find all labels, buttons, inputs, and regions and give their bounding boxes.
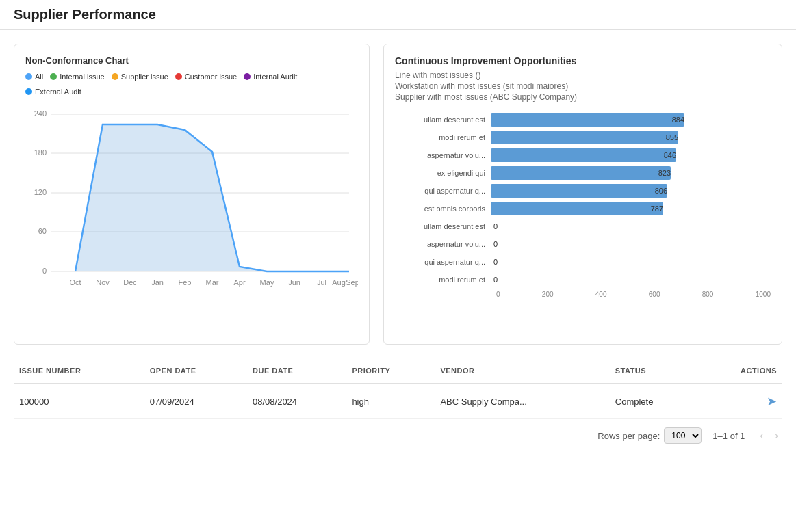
cell-actions: ➤ xyxy=(697,384,782,419)
ci-line-info: Line with most issues () xyxy=(395,70,771,80)
bar-fill: 855 xyxy=(491,131,678,144)
svg-text:120: 120 xyxy=(34,188,47,196)
legend-label-external-audit: External Audit xyxy=(35,88,81,96)
ci-line-value: () xyxy=(475,70,480,80)
table-section: ISSUE NUMBER OPEN DATE DUE DATE PRIORITY… xyxy=(0,358,796,419)
bar-container: 787 xyxy=(491,202,771,215)
non-conformance-chart-card: Non-Conformance Chart All Internal issue… xyxy=(14,44,370,345)
col-actions: ACTIONS xyxy=(697,358,782,384)
bar-row: qui aspernatur q...0 xyxy=(395,255,771,269)
bar-value-label: 823 xyxy=(658,169,671,177)
prev-page-button[interactable]: ‹ xyxy=(756,428,767,443)
bar-row: ex eligendi qui823 xyxy=(395,166,771,180)
ci-workstation-value: (sit modi maiores) xyxy=(503,81,568,91)
legend-item-customer-issue: Customer issue xyxy=(175,72,237,81)
bar-container: 0 xyxy=(491,255,771,269)
ci-line-label: Line with most issues xyxy=(395,70,473,80)
bar-fill: 846 xyxy=(491,148,676,162)
cell-priority: high xyxy=(346,384,435,419)
bar-label: modi rerum et xyxy=(395,276,491,284)
bar-label: modi rerum et xyxy=(395,133,491,142)
svg-text:Sep: Sep xyxy=(346,278,358,287)
cell-status: Complete xyxy=(610,384,697,419)
charts-row: Non-Conformance Chart All Internal issue… xyxy=(0,44,796,345)
svg-text:240: 240 xyxy=(34,109,47,118)
bar-container: 855 xyxy=(491,131,771,144)
line-chart-area: 240 180 120 60 0 Oct Nov Dec xyxy=(25,104,358,323)
bar-zero-label: 0 xyxy=(493,276,498,284)
ci-supplier-info: Supplier with most issues (ABC Supply Co… xyxy=(395,92,771,102)
bar-row: est omnis corporis787 xyxy=(395,202,771,215)
bar-container: 0 xyxy=(491,273,771,287)
bar-container: 0 xyxy=(491,220,771,233)
legend-label-internal-issue: Internal issue xyxy=(60,72,104,81)
cell-open-date: 07/09/2024 xyxy=(144,384,247,419)
svg-text:Nov: Nov xyxy=(96,278,110,287)
page-header: Supplier Performance xyxy=(0,0,796,30)
bar-container: 846 xyxy=(491,148,771,162)
col-priority: PRIORITY xyxy=(346,358,435,384)
next-page-button[interactable]: › xyxy=(771,428,782,443)
bar-zero-label: 0 xyxy=(493,258,498,266)
rows-per-page-label: Rows per page: xyxy=(598,431,660,441)
table-row: 100000 07/09/2024 08/08/2024 high ABC Su… xyxy=(14,384,782,419)
bar-fill: 823 xyxy=(491,166,671,180)
bar-fill: 884 xyxy=(491,113,684,127)
rows-per-page-section: Rows per page: 100 50 25 xyxy=(598,427,702,444)
legend-label-supplier-issue: Supplier issue xyxy=(121,72,168,81)
bar-label: qui aspernatur q... xyxy=(395,187,491,195)
legend-dot-internal-issue xyxy=(50,73,57,80)
col-open-date: OPEN DATE xyxy=(144,358,247,384)
legend-item-all: All xyxy=(25,72,43,81)
bar-row: aspernatur volu...846 xyxy=(395,148,771,162)
svg-text:60: 60 xyxy=(38,227,47,235)
legend-item-internal-audit: Internal Audit xyxy=(244,72,297,81)
pagination-row: Rows per page: 100 50 25 1–1 of 1 ‹ › xyxy=(0,419,796,452)
bar-label: ullam deserunt est xyxy=(395,116,491,124)
ci-workstation-label: Workstation with most issues xyxy=(395,81,501,91)
row-action-button[interactable]: ➤ xyxy=(767,394,777,409)
svg-text:0: 0 xyxy=(42,267,47,275)
chart-legend: All Internal issue Supplier issue Custom… xyxy=(25,72,358,96)
line-chart-svg: 240 180 120 60 0 Oct Nov Dec xyxy=(25,104,358,309)
col-vendor: VENDOR xyxy=(435,358,609,384)
svg-text:Dec: Dec xyxy=(123,278,137,287)
legend-item-supplier-issue: Supplier issue xyxy=(112,72,168,81)
svg-text:May: May xyxy=(260,278,274,287)
legend-dot-external-audit xyxy=(25,88,32,95)
ci-supplier-label: Supplier with most issues xyxy=(395,92,487,102)
bar-value-label: 806 xyxy=(655,187,667,195)
svg-text:180: 180 xyxy=(34,148,47,157)
svg-text:Mar: Mar xyxy=(206,278,219,287)
bar-zero-label: 0 xyxy=(493,222,498,230)
bar-chart-area: ullam deserunt est884modi rerum et855asp… xyxy=(395,113,771,287)
table-header: ISSUE NUMBER OPEN DATE DUE DATE PRIORITY… xyxy=(14,358,782,384)
svg-text:Oct: Oct xyxy=(69,278,81,287)
col-due-date: DUE DATE xyxy=(247,358,346,384)
bar-label: ullam deserunt est xyxy=(395,222,491,230)
page-info: 1–1 of 1 xyxy=(712,431,745,441)
legend-dot-customer-issue xyxy=(175,73,182,80)
svg-text:Jun: Jun xyxy=(288,278,300,287)
bar-row: modi rerum et0 xyxy=(395,273,771,287)
legend-dot-internal-audit xyxy=(244,73,251,80)
bar-label: aspernatur volu... xyxy=(395,151,491,159)
bar-value-label: 787 xyxy=(651,204,663,213)
page-title: Supplier Performance xyxy=(14,7,782,23)
bar-container: 884 xyxy=(491,113,771,127)
svg-text:Aug: Aug xyxy=(332,278,346,287)
svg-text:Apr: Apr xyxy=(233,278,245,287)
legend-label-internal-audit: Internal Audit xyxy=(253,72,297,81)
svg-text:Feb: Feb xyxy=(179,278,192,287)
table-body: 100000 07/09/2024 08/08/2024 high ABC Su… xyxy=(14,384,782,419)
ci-supplier-value: (ABC Supply Company) xyxy=(490,92,577,102)
bar-label: qui aspernatur q... xyxy=(395,258,491,266)
cell-issue-number: 100000 xyxy=(14,384,144,419)
ci-workstation-info: Workstation with most issues (sit modi m… xyxy=(395,81,771,91)
legend-item-internal-issue: Internal issue xyxy=(50,72,104,81)
col-status: STATUS xyxy=(610,358,697,384)
bar-label: ex eligendi qui xyxy=(395,169,491,177)
rows-per-page-select[interactable]: 100 50 25 xyxy=(664,427,702,444)
non-conformance-chart-title: Non-Conformance Chart xyxy=(25,55,358,66)
cell-due-date: 08/08/2024 xyxy=(247,384,346,419)
